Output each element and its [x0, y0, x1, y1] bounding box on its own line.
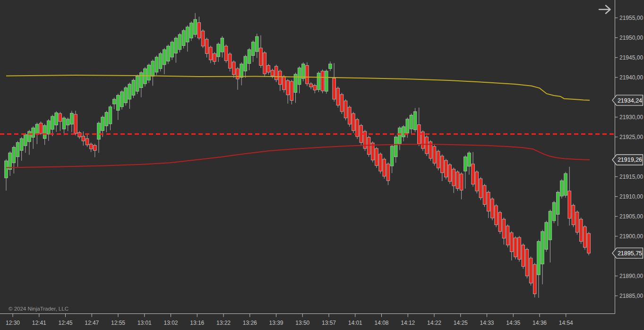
time-tick-label: 13:39 — [269, 320, 283, 326]
chart-window: 21955,0021950,0021945,0021940,0021935,00… — [0, 0, 644, 330]
candle-up — [12, 148, 16, 163]
candle-up — [159, 53, 162, 69]
candle-up — [109, 107, 112, 124]
candle-up — [70, 113, 74, 124]
candle-up — [537, 242, 541, 275]
candle-up — [112, 99, 116, 104]
candle-up — [151, 61, 155, 76]
candle-down — [522, 245, 525, 266]
candle-up — [398, 128, 402, 144]
time-tick-label: 13:22 — [216, 320, 231, 326]
candle-down — [587, 234, 591, 253]
candle-up — [167, 46, 170, 61]
candle-up — [55, 113, 58, 125]
candle-up — [120, 92, 124, 107]
candle-down — [487, 192, 490, 211]
candle-down — [367, 138, 370, 155]
candle-up — [549, 211, 552, 240]
candle-up — [105, 113, 108, 126]
price-tick-label: 21915,00 — [619, 174, 643, 180]
candle-down — [448, 165, 452, 182]
candle-up — [140, 73, 143, 88]
candle-up — [16, 142, 19, 156]
candle-down — [502, 219, 506, 238]
candle-up — [128, 84, 131, 99]
candle-down — [445, 160, 448, 177]
time-tick-label: 14:08 — [374, 320, 388, 326]
candle-up — [255, 36, 258, 52]
candle-up — [101, 117, 104, 131]
candle-down — [286, 80, 290, 95]
candle-down — [518, 237, 521, 259]
candle-up — [144, 69, 147, 84]
candle-up — [240, 64, 243, 78]
candle-up — [147, 65, 151, 80]
candle-down — [228, 54, 232, 68]
price-tick-label: 21955,00 — [619, 15, 643, 21]
candle-down — [275, 66, 278, 80]
time-tick-label: 13:57 — [322, 320, 336, 326]
candle-down — [86, 139, 89, 145]
price-tick-label: 21890,00 — [619, 273, 643, 279]
candle-up — [155, 57, 158, 72]
candle-up — [394, 137, 397, 157]
candle-down — [213, 53, 216, 61]
candle-down — [283, 77, 286, 90]
candle-up — [28, 131, 31, 142]
time-tick-label: 14:22 — [427, 320, 441, 326]
candle-up — [541, 232, 544, 264]
candle-up — [182, 31, 185, 46]
candle-down — [224, 46, 228, 61]
candle-up — [560, 181, 564, 196]
candle-down — [383, 159, 386, 176]
candle-down — [425, 137, 429, 154]
candle-down — [525, 249, 529, 276]
candle-down — [575, 212, 579, 232]
candle-down — [452, 169, 455, 186]
candle-up — [301, 64, 305, 78]
time-tick-label: 12:55 — [111, 320, 125, 326]
candle-up — [43, 125, 46, 139]
candle-up — [248, 50, 251, 63]
candle-down — [201, 31, 205, 46]
candle-up — [62, 118, 66, 129]
candle-down — [306, 66, 309, 84]
candle-down — [309, 84, 313, 87]
candle-up — [190, 23, 193, 38]
candle-up — [556, 192, 559, 214]
candle-up — [251, 42, 255, 56]
candle-down — [82, 136, 85, 141]
candle-up — [545, 222, 548, 249]
time-tick-label: 14:01 — [348, 320, 362, 326]
candle-up — [32, 128, 35, 137]
candle-down — [514, 238, 517, 257]
candle-down — [340, 95, 343, 112]
candle-down — [510, 233, 513, 252]
candle-down — [479, 179, 482, 198]
candle-down — [352, 113, 355, 130]
candle-down — [379, 154, 382, 171]
time-tick-label: 13:26 — [243, 320, 257, 326]
candle-up — [178, 35, 181, 50]
price-tick-label: 21950,00 — [619, 35, 643, 41]
candle-up — [564, 174, 567, 195]
time-tick-label: 12:47 — [85, 320, 99, 326]
candle-down — [506, 226, 509, 245]
candle-down — [333, 78, 336, 99]
candle-up — [406, 119, 409, 133]
price-marker-label-ma-slow-yellow: 21934,24 — [618, 97, 642, 104]
candle-down — [197, 23, 201, 38]
candle-up — [217, 44, 220, 57]
candle-down — [336, 88, 340, 105]
price-tick-label: 21930,00 — [619, 114, 643, 121]
candle-down — [375, 148, 378, 165]
candle-up — [124, 88, 128, 103]
price-tick-label: 21905,00 — [619, 213, 643, 220]
price-marker-label-last-price: 21895,75 — [618, 250, 642, 257]
candle-up — [464, 157, 467, 171]
candle-down — [59, 113, 62, 122]
candle-down — [460, 174, 463, 190]
candle-up — [402, 127, 405, 137]
candle-down — [278, 71, 282, 85]
time-tick-label: 14:12 — [401, 320, 415, 326]
